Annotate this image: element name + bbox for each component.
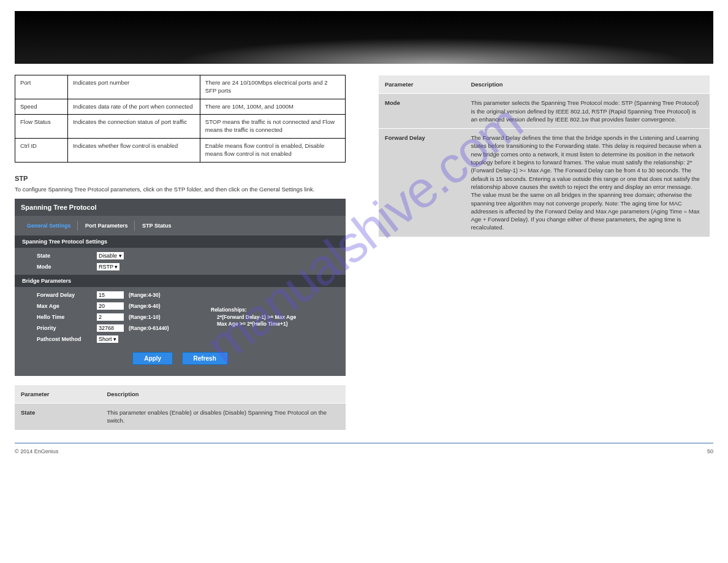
cell: STOP means the traffic is not connected … xyxy=(200,115,345,139)
shot-tabs: General Settings Port Parameters STP Sta… xyxy=(15,216,346,233)
hello-time-label: Hello Time xyxy=(37,314,92,320)
table-row: Port Indicates port number There are 24 … xyxy=(15,75,346,99)
shot-title: Spanning Tree Protocol xyxy=(15,199,346,216)
pathcost-select[interactable]: Short ▾ xyxy=(97,335,118,343)
cell: There are 24 10/100Mbps electrical ports… xyxy=(200,75,345,99)
footer-left: © 2014 EnGenius xyxy=(15,448,58,454)
hello-time-input[interactable]: 2 xyxy=(97,313,124,321)
table-row: Mode This parameter selects the Spanning… xyxy=(379,94,710,128)
cell: Speed xyxy=(15,99,68,115)
tab-stp-status[interactable]: STP Status xyxy=(136,221,177,231)
footer-rule xyxy=(15,443,713,443)
table-row: State This parameter enables (Enable) or… xyxy=(15,404,346,430)
table-row: Flow Status Indicates the connection sta… xyxy=(15,115,346,139)
cell: Indicates whether flow control is enable… xyxy=(68,139,200,163)
th-parameter: Parameter xyxy=(379,75,464,93)
priority-input[interactable]: 32768 xyxy=(97,324,124,332)
header-banner xyxy=(15,11,713,64)
pathcost-label: Pathcost Method xyxy=(37,336,92,342)
hello-time-hint: (Range:1-10) xyxy=(129,314,160,320)
cell: State xyxy=(15,404,100,430)
table-header-row: Parameter Description xyxy=(379,75,710,93)
right-param-table: Parameter Description Mode This paramete… xyxy=(379,75,710,237)
table-row: Forward Delay The Forward Delay defines … xyxy=(379,129,710,237)
cell: Indicates port number xyxy=(68,75,200,99)
stp-intro: To configure Spanning Tree Protocol para… xyxy=(15,186,346,193)
cell: Port xyxy=(15,75,68,99)
mode-select[interactable]: RSTP ▾ xyxy=(97,263,119,270)
cell: Indicates the connection status of port … xyxy=(68,115,200,139)
th-description: Description xyxy=(464,75,710,93)
cell: Indicates data rate of the port when con… xyxy=(68,99,200,115)
cell: Forward Delay xyxy=(379,129,464,237)
priority-label: Priority xyxy=(37,325,92,331)
table-row: Ctrl ID Indicates whether flow control i… xyxy=(15,139,346,163)
th-parameter: Parameter xyxy=(15,385,100,403)
cell: Mode xyxy=(379,94,464,128)
stp-screenshot: Spanning Tree Protocol General Settings … xyxy=(15,199,346,376)
cell: The Forward Delay defines the time that … xyxy=(464,129,710,237)
refresh-button[interactable]: Refresh xyxy=(182,352,228,365)
relationships-note: Relationships: 2*(Forward Delay-1) >= Ma… xyxy=(211,307,296,329)
shot-sub-bridge-params: Bridge Parameters xyxy=(15,275,346,287)
th-description: Description xyxy=(100,385,346,403)
cell: Ctrl ID xyxy=(15,139,68,163)
state-select[interactable]: Disable ▾ xyxy=(97,252,124,259)
table-row: Speed Indicates data rate of the port wh… xyxy=(15,99,346,115)
max-age-label: Max Age xyxy=(37,303,92,309)
forward-delay-input[interactable]: 15 xyxy=(97,291,124,299)
cell: Enable means flow control is enabled, Di… xyxy=(200,139,345,163)
cell: This parameter selects the Spanning Tree… xyxy=(464,94,710,128)
mode-label: Mode xyxy=(37,264,92,270)
tab-port-parameters[interactable]: Port Parameters xyxy=(79,221,135,231)
state-label: State xyxy=(37,253,92,259)
cell: There are 10M, 100M, and 1000M xyxy=(200,99,345,115)
cell: This parameter enables (Enable) or disab… xyxy=(100,404,346,430)
state-param-table: Parameter Description State This paramet… xyxy=(15,385,346,431)
cell: Flow Status xyxy=(15,115,68,139)
shot-sub-stp-settings: Spanning Tree Protocol Settings xyxy=(15,236,346,248)
forward-delay-hint: (Range:4-30) xyxy=(129,292,160,298)
max-age-hint: (Range:6-40) xyxy=(129,303,160,309)
apply-button[interactable]: Apply xyxy=(132,352,173,365)
max-age-input[interactable]: 20 xyxy=(97,302,124,310)
tab-general-settings[interactable]: General Settings xyxy=(21,221,78,231)
port-status-table: Port Indicates port number There are 24 … xyxy=(15,75,346,163)
priority-hint: (Range:0-61440) xyxy=(129,325,169,331)
footer-page-number: 50 xyxy=(707,448,713,454)
table-header-row: Parameter Description xyxy=(15,385,346,403)
footer: © 2014 EnGenius 50 xyxy=(15,448,713,469)
forward-delay-label: Forward Delay xyxy=(37,292,92,298)
stp-heading: STP xyxy=(15,175,346,182)
